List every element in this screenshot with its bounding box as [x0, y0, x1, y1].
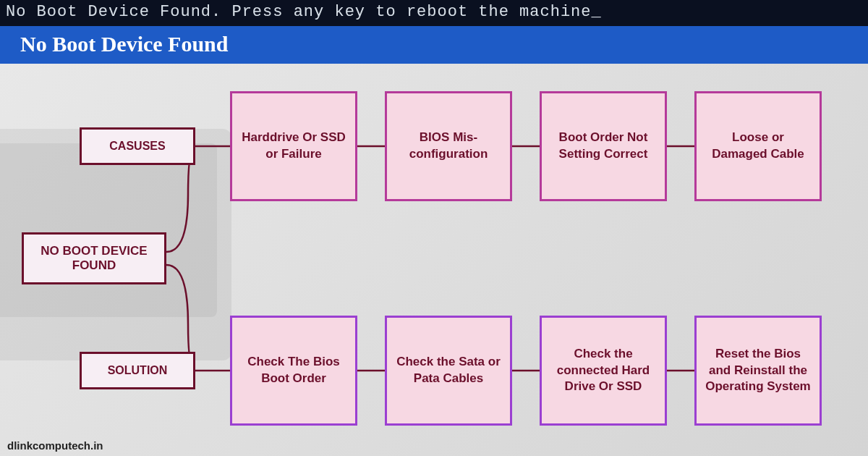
solution-card-4: Reset the Bios and Reinstall the Operati…: [694, 316, 822, 426]
causes-label: CASUSES: [80, 127, 195, 165]
footer-credit: dlinkcomputech.in: [7, 439, 103, 452]
cause-card-3: Boot Order Not Setting Correct: [540, 91, 667, 201]
solution-card-3: Check the connected Hard Drive Or SSD: [540, 316, 667, 426]
solution-card-1: Check The Bios Boot Order: [230, 316, 357, 426]
cause-card-1: Harddrive Or SSD or Failure: [230, 91, 357, 201]
diagram-area: NO BOOT DEVICE FOUND CASUSES SOLUTION Ha…: [0, 64, 868, 456]
root-node: NO BOOT DEVICE FOUND: [22, 232, 166, 284]
cause-card-2: BIOS Mis-configuration: [385, 91, 512, 201]
terminal-banner: No Boot Device Found. Press any key to r…: [0, 0, 868, 26]
cause-card-4: Loose or Damaged Cable: [694, 91, 822, 201]
page-title: No Boot Device Found: [0, 26, 868, 64]
solution-card-2: Check the Sata or Pata Cables: [385, 316, 512, 426]
solution-label: SOLUTION: [80, 352, 195, 389]
